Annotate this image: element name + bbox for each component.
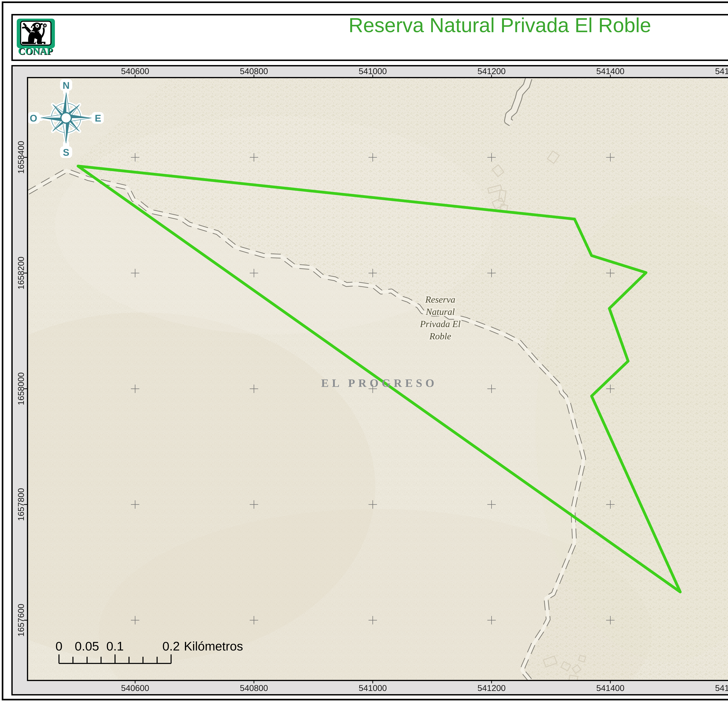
svg-text:540600: 540600	[121, 683, 149, 693]
svg-text:S: S	[63, 147, 69, 158]
svg-text:0.2: 0.2	[162, 639, 180, 653]
svg-text:0.1: 0.1	[106, 639, 124, 653]
svg-text:EL PROGRESO: EL PROGRESO	[321, 377, 438, 389]
svg-text:Roble: Roble	[429, 331, 451, 341]
svg-text:541600: 541600	[715, 66, 728, 76]
svg-text:540800: 540800	[240, 683, 268, 693]
svg-text:N: N	[63, 80, 69, 91]
svg-text:540800: 540800	[240, 66, 268, 76]
svg-text:O: O	[30, 113, 37, 124]
svg-text:541600: 541600	[715, 683, 728, 693]
svg-text:Natural: Natural	[426, 307, 455, 317]
svg-text:1658400: 1658400	[16, 141, 26, 174]
svg-text:541000: 541000	[358, 683, 387, 693]
svg-text:1657800: 1657800	[16, 488, 26, 521]
svg-text:541200: 541200	[477, 66, 506, 76]
svg-text:0.05: 0.05	[75, 639, 99, 653]
svg-text:Kilómetros: Kilómetros	[184, 639, 243, 653]
svg-text:Privada El: Privada El	[420, 319, 461, 329]
svg-text:1657600: 1657600	[16, 604, 26, 637]
svg-text:Reserva: Reserva	[425, 294, 455, 305]
svg-text:CONAP: CONAP	[18, 46, 53, 56]
svg-text:541200: 541200	[477, 683, 506, 693]
svg-text:0: 0	[55, 639, 62, 653]
svg-text:1658000: 1658000	[16, 372, 26, 405]
svg-text:541000: 541000	[358, 66, 387, 76]
svg-text:541400: 541400	[596, 683, 624, 693]
svg-text:1658200: 1658200	[16, 257, 26, 290]
svg-text:540600: 540600	[121, 66, 149, 76]
svg-text:541400: 541400	[596, 66, 624, 76]
svg-text:E: E	[95, 113, 101, 124]
